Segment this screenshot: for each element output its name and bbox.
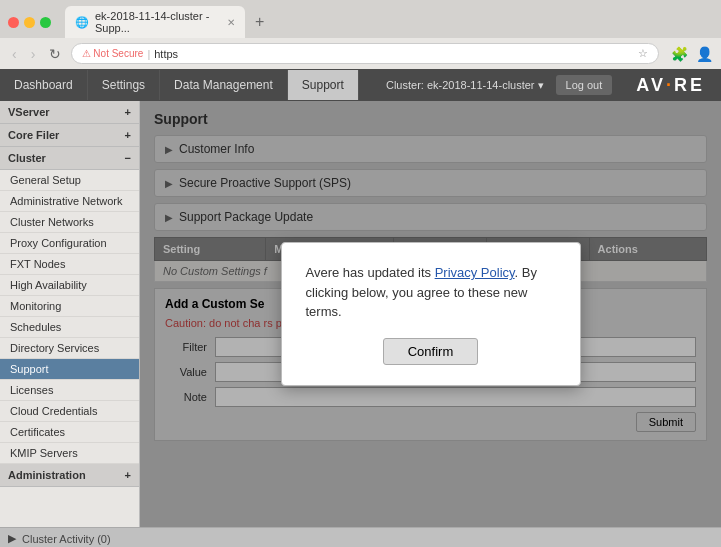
tab-dashboard[interactable]: Dashboard bbox=[0, 70, 88, 100]
warning-icon: ⚠ bbox=[82, 48, 91, 59]
bottom-bar-arrow: ▶ bbox=[8, 532, 16, 545]
sidebar-item-proxy[interactable]: Proxy Configuration bbox=[0, 233, 139, 254]
tab-title: ek-2018-11-14-cluster - Supp... bbox=[95, 10, 221, 34]
extensions-icon[interactable]: 🧩 bbox=[671, 46, 688, 62]
sidebar-section-administration[interactable]: Administration + bbox=[0, 464, 139, 487]
sidebar-item-schedules[interactable]: Schedules bbox=[0, 317, 139, 338]
vserver-expand-icon: + bbox=[125, 106, 131, 118]
sidebar-item-general-setup[interactable]: General Setup bbox=[0, 170, 139, 191]
sidebar-item-directory-services[interactable]: Directory Services bbox=[0, 338, 139, 359]
sidebar-section-vserver[interactable]: VServer + bbox=[0, 101, 139, 124]
top-nav-tabs: Dashboard Settings Data Management Suppo… bbox=[0, 70, 374, 100]
browser-icons: 🧩 👤 bbox=[671, 46, 713, 62]
vserver-label: VServer bbox=[8, 106, 50, 118]
forward-button[interactable]: › bbox=[27, 44, 40, 64]
sidebar-item-admin-network[interactable]: Administrative Network bbox=[0, 191, 139, 212]
sidebar-item-cluster-networks[interactable]: Cluster Networks bbox=[0, 212, 139, 233]
administration-expand-icon: + bbox=[125, 469, 131, 481]
tab-favicon: 🌐 bbox=[75, 16, 89, 29]
sidebar-item-ha[interactable]: High Availability bbox=[0, 275, 139, 296]
brand-logo: AV·RE bbox=[620, 75, 721, 96]
new-tab-button[interactable]: + bbox=[249, 11, 270, 33]
modal-overlay: Avere has updated its Privacy Policy. By… bbox=[140, 101, 721, 527]
modal-text-before-link: Avere has updated its bbox=[306, 265, 435, 280]
logout-button[interactable]: Log out bbox=[556, 75, 613, 95]
modal-text: Avere has updated its Privacy Policy. By… bbox=[306, 263, 556, 322]
sidebar-item-certificates[interactable]: Certificates bbox=[0, 422, 139, 443]
separator-bar: | bbox=[147, 48, 150, 60]
reload-button[interactable]: ↻ bbox=[45, 44, 65, 64]
modal-box: Avere has updated its Privacy Policy. By… bbox=[281, 242, 581, 386]
browser-chrome: 🌐 ek-2018-11-14-cluster - Supp... ✕ + ‹ … bbox=[0, 0, 721, 69]
tab-bar: 🌐 ek-2018-11-14-cluster - Supp... ✕ + bbox=[0, 0, 721, 38]
bookmark-icon[interactable]: ☆ bbox=[638, 47, 648, 60]
tab-data-management[interactable]: Data Management bbox=[160, 70, 288, 100]
content-area: Support ▶ Customer Info ▶ Secure Proacti… bbox=[140, 101, 721, 527]
active-browser-tab[interactable]: 🌐 ek-2018-11-14-cluster - Supp... ✕ bbox=[65, 6, 245, 38]
corefiler-expand-icon: + bbox=[125, 129, 131, 141]
sidebar-item-licenses[interactable]: Licenses bbox=[0, 380, 139, 401]
minimize-traffic-light[interactable] bbox=[24, 17, 35, 28]
cluster-selector[interactable]: Cluster: ek-2018-11-14-cluster ▾ bbox=[374, 79, 556, 92]
sidebar-item-monitoring[interactable]: Monitoring bbox=[0, 296, 139, 317]
privacy-policy-link[interactable]: Privacy Policy bbox=[435, 265, 515, 280]
corefiler-label: Core Filer bbox=[8, 129, 59, 141]
sidebar-item-fxt-nodes[interactable]: FXT Nodes bbox=[0, 254, 139, 275]
sidebar-item-kmip[interactable]: KMIP Servers bbox=[0, 443, 139, 464]
confirm-button[interactable]: Confirm bbox=[383, 338, 479, 365]
sidebar-item-cloud-credentials[interactable]: Cloud Credentials bbox=[0, 401, 139, 422]
sidebar-section-cluster[interactable]: Cluster − bbox=[0, 147, 139, 170]
app-container: Dashboard Settings Data Management Suppo… bbox=[0, 69, 721, 547]
security-warning: ⚠ Not Secure bbox=[82, 48, 143, 59]
sidebar: VServer + Core Filer + Cluster − General… bbox=[0, 101, 140, 527]
main-layout: VServer + Core Filer + Cluster − General… bbox=[0, 101, 721, 527]
cluster-label: Cluster bbox=[8, 152, 46, 164]
security-label: Not Secure bbox=[93, 48, 143, 59]
tab-settings[interactable]: Settings bbox=[88, 70, 160, 100]
sidebar-item-support[interactable]: Support bbox=[0, 359, 139, 380]
bottom-bar-label: Cluster Activity (0) bbox=[22, 533, 111, 545]
sidebar-section-corefiler[interactable]: Core Filer + bbox=[0, 124, 139, 147]
address-text: https bbox=[154, 48, 178, 60]
tab-close-icon[interactable]: ✕ bbox=[227, 17, 235, 28]
maximize-traffic-light[interactable] bbox=[40, 17, 51, 28]
address-bar-row: ‹ › ↻ ⚠ Not Secure | https ☆ 🧩 👤 bbox=[0, 38, 721, 69]
profile-icon[interactable]: 👤 bbox=[696, 46, 713, 62]
tab-support[interactable]: Support bbox=[288, 70, 359, 100]
back-button[interactable]: ‹ bbox=[8, 44, 21, 64]
traffic-lights bbox=[8, 17, 51, 28]
cluster-expand-icon: − bbox=[125, 152, 131, 164]
top-nav: Dashboard Settings Data Management Suppo… bbox=[0, 69, 721, 101]
administration-label: Administration bbox=[8, 469, 86, 481]
address-bar[interactable]: ⚠ Not Secure | https ☆ bbox=[71, 43, 659, 64]
bottom-bar[interactable]: ▶ Cluster Activity (0) bbox=[0, 527, 721, 547]
close-traffic-light[interactable] bbox=[8, 17, 19, 28]
